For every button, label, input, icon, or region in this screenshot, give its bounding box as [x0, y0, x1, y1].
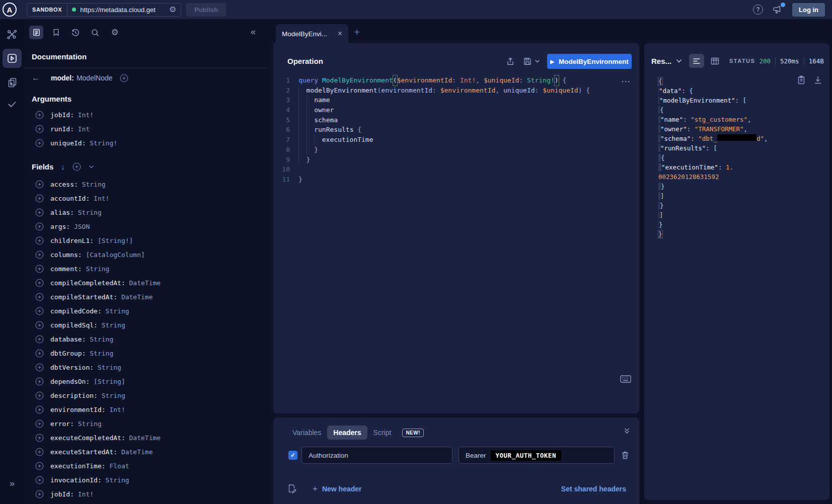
formatted-view-button[interactable] — [689, 54, 704, 68]
response-title[interactable]: Res... — [651, 57, 671, 65]
play-icon: ▶ — [550, 59, 554, 64]
expand-rail-button[interactable]: » — [0, 478, 24, 489]
field-item[interactable]: comment: String — [32, 262, 267, 276]
circle-plus-icon — [35, 321, 44, 329]
tab-variables[interactable]: Variables — [286, 426, 327, 440]
field-item[interactable]: compileCompletedAt: DateTime — [32, 276, 267, 290]
align-left-icon — [693, 58, 701, 64]
run-operation-button[interactable]: ▶ ModelByEnvironment — [547, 54, 632, 69]
arguments-section-title: Arguments — [32, 95, 71, 103]
docs-tab-search[interactable] — [88, 26, 102, 39]
documentation-panel: ⚙ « Documentation ← model: ModelNode Arg… — [24, 19, 267, 504]
collapse-panel-button[interactable] — [624, 428, 630, 434]
field-item[interactable]: invocationId: String — [32, 473, 267, 487]
chevron-down-icon[interactable] — [89, 165, 94, 169]
field-item[interactable]: compileStartedAt: DateTime — [32, 290, 267, 304]
header-name-input[interactable]: Authorization — [301, 447, 452, 464]
share-button[interactable] — [506, 57, 515, 66]
field-item[interactable]: executionTime: Float — [32, 459, 267, 473]
connection-settings-gear-icon[interactable]: ⚙ — [169, 6, 176, 14]
circle-plus-icon — [35, 279, 44, 287]
response-json: {"data": {"modelByEnvironment": [{"name"… — [658, 76, 823, 239]
circle-plus-icon — [35, 125, 44, 133]
field-item[interactable]: access: String — [32, 177, 267, 191]
new-feature-badge: NEW! — [402, 429, 424, 437]
add-all-fields-button[interactable] — [120, 74, 128, 82]
docs-tab-history[interactable] — [68, 26, 83, 39]
code-line: 3name — [273, 95, 639, 105]
header-enabled-checkbox[interactable]: ✓ — [288, 451, 297, 460]
table-view-button[interactable] — [707, 54, 722, 68]
field-item[interactable]: dependsOn: [String] — [32, 374, 267, 388]
delete-header-button[interactable] — [621, 451, 629, 460]
field-item[interactable]: database: String — [32, 332, 267, 346]
response-line: { — [658, 105, 823, 115]
close-tab-icon[interactable]: × — [338, 29, 342, 38]
field-item[interactable]: jobId: Int! — [32, 487, 267, 501]
docs-ref-type[interactable]: ModelNode — [77, 74, 113, 82]
search-icon — [91, 28, 100, 37]
circle-plus-icon — [35, 180, 44, 189]
code-line: 1query ModelByEnvironment($environmentId… — [273, 75, 639, 86]
argument-item[interactable]: uniqueId: String! — [32, 136, 267, 150]
docs-tab-saved[interactable] — [49, 26, 63, 39]
argument-item[interactable]: runId: Int — [32, 122, 267, 136]
field-item[interactable]: compiledCode: String — [32, 304, 267, 318]
tab-headers[interactable]: Headers — [327, 426, 367, 440]
operation-editor[interactable]: 1query ModelByEnvironment($environmentId… — [273, 75, 639, 185]
response-line: { — [658, 153, 823, 162]
field-item[interactable]: description: String — [32, 388, 267, 402]
sort-fields-icon[interactable]: ↓ — [61, 162, 65, 171]
sidebar-item-checklist[interactable] — [0, 93, 24, 114]
set-shared-headers-button[interactable]: Set shared headers — [561, 485, 626, 493]
docs-ref-label: model: — [51, 74, 74, 82]
new-tab-button[interactable]: + — [354, 26, 360, 38]
run-button-label: ModelByEnvironment — [559, 58, 629, 65]
auth-token-value[interactable]: YOUR_AUTH_TOKEN — [491, 450, 561, 461]
new-header-button[interactable]: + New header — [313, 484, 362, 494]
collapse-docs-button[interactable]: « — [251, 27, 256, 37]
save-button[interactable] — [523, 57, 532, 66]
back-arrow-icon[interactable]: ← — [32, 73, 40, 82]
docs-tab-settings[interactable]: ⚙ — [108, 26, 122, 39]
endpoint-url-input[interactable]: https://metadata.cloud.get ⚙ — [67, 6, 181, 14]
publish-button[interactable]: Publish — [186, 3, 226, 17]
tab-script[interactable]: Script — [367, 426, 398, 440]
endpoint-url-text[interactable]: https://metadata.cloud.get — [80, 6, 165, 14]
response-line: } — [658, 182, 823, 191]
graph-schema-icon — [6, 29, 18, 41]
add-fields-icon[interactable] — [72, 162, 81, 171]
operation-tab[interactable]: ModelByEnvi... × — [276, 24, 348, 43]
sidebar-item-explorer[interactable] — [3, 49, 22, 68]
editor-options-button[interactable]: ⋯ — [621, 76, 631, 86]
table-icon — [711, 57, 719, 65]
response-dropdown-chevron[interactable] — [676, 59, 682, 63]
field-item[interactable]: columns: [CatalogColumn] — [32, 247, 267, 262]
code-line: 11} — [273, 175, 639, 185]
argument-item[interactable]: jobId: Int! — [32, 108, 267, 122]
field-item[interactable]: executeCompletedAt: DateTime — [32, 431, 267, 445]
field-item[interactable]: environmentId: Int! — [32, 402, 267, 416]
docs-tab-documentation[interactable] — [29, 26, 43, 39]
code-line: 10 — [273, 164, 639, 175]
field-item[interactable]: accountId: Int! — [32, 191, 267, 205]
field-item[interactable]: childrenL1: [String!] — [32, 233, 267, 247]
field-item[interactable]: dbtGroup: String — [32, 346, 267, 360]
header-value-input[interactable]: Bearer YOUR_AUTH_TOKEN — [459, 447, 615, 464]
field-item[interactable]: executeStartedAt: DateTime — [32, 445, 267, 459]
sidebar-item-sandboxes[interactable] — [0, 72, 24, 93]
field-item[interactable]: compiledSql: String — [32, 318, 267, 332]
save-menu-chevron[interactable] — [535, 59, 540, 63]
response-line: 0023620128631592 — [658, 172, 823, 182]
field-item[interactable]: error: String — [32, 416, 267, 431]
keyboard-shortcuts-button[interactable] — [620, 375, 631, 383]
connection-status-dot — [72, 8, 76, 12]
login-button[interactable]: Log in — [792, 3, 825, 17]
help-icon[interactable]: ? — [753, 5, 763, 15]
preflight-script-icon[interactable] — [287, 484, 296, 494]
field-item[interactable]: dbtVersion: String — [32, 360, 267, 374]
sidebar-item-schema[interactable] — [0, 24, 24, 45]
announcements-icon[interactable] — [772, 5, 783, 15]
field-item[interactable]: alias: String — [32, 205, 267, 219]
field-item[interactable]: args: JSON — [32, 219, 267, 233]
